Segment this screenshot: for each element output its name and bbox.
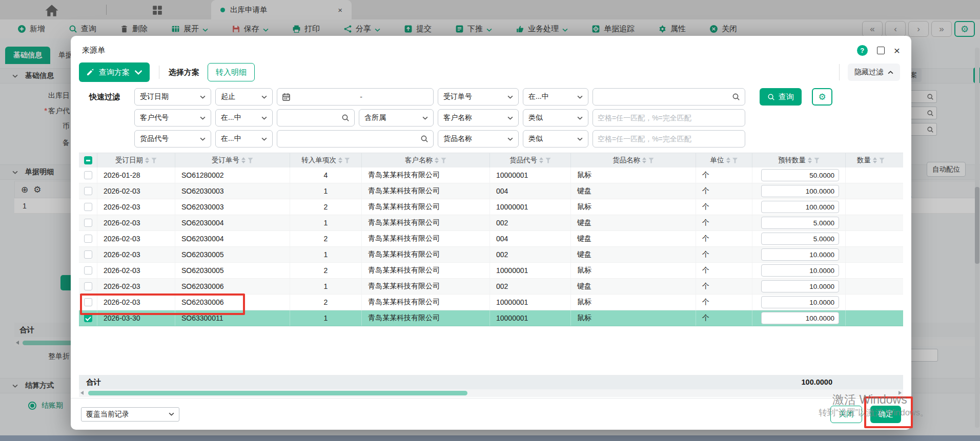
filter-funnel-icon[interactable]: [344, 158, 350, 163]
maximize-icon[interactable]: [877, 47, 885, 54]
pre-transfer-qty-input[interactable]: [761, 201, 839, 213]
row-checkbox[interactable]: [84, 171, 92, 179]
filter-search-input[interactable]: [282, 135, 417, 143]
filter-select[interactable]: 类似: [523, 109, 588, 127]
filter-select[interactable]: 货品代号: [134, 130, 211, 148]
column-header-单位[interactable]: 单位: [696, 153, 752, 167]
close-button[interactable]: 关闭: [830, 406, 862, 423]
filter-funnel-icon[interactable]: [814, 158, 820, 163]
filter-funnel-icon[interactable]: [879, 158, 885, 163]
filter-funnel-icon[interactable]: [441, 158, 446, 163]
help-icon[interactable]: ?: [857, 45, 868, 56]
filter-funnel-icon[interactable]: [545, 158, 551, 163]
filter-select[interactable]: 客户名称: [438, 109, 519, 127]
pre-transfer-qty-input[interactable]: [761, 185, 839, 197]
filter-match-input[interactable]: [598, 114, 740, 122]
filter-select[interactable]: 类似: [523, 130, 588, 148]
pre-transfer-qty-input[interactable]: [761, 264, 839, 277]
pre-transfer-qty-input[interactable]: [761, 280, 839, 292]
filter-funnel-icon[interactable]: [648, 158, 654, 163]
filter-date-range[interactable]: -: [277, 88, 434, 106]
table-row[interactable]: 2026-02-03SO620300031青岛某某科技有限公司004键盘个: [79, 183, 903, 199]
pre-transfer-qty-input[interactable]: [761, 233, 839, 245]
filter-funnel-icon[interactable]: [248, 158, 253, 163]
filter-search-box[interactable]: [593, 88, 745, 106]
overwrite-mode-select[interactable]: 覆盖当前记录: [81, 407, 179, 422]
table-row[interactable]: 2026-02-03SO620300032青岛某某科技有限公司10000001鼠…: [79, 199, 903, 215]
cell-order-date: 2026-02-03: [97, 295, 175, 310]
filter-funnel-icon[interactable]: [151, 158, 157, 163]
pre-transfer-qty-input[interactable]: [761, 296, 839, 308]
sort-icons[interactable]: [642, 157, 646, 163]
filter-funnel-icon[interactable]: [732, 158, 738, 163]
filter-search-box[interactable]: [277, 109, 355, 127]
row-checkbox[interactable]: [84, 314, 92, 322]
sort-icons[interactable]: [808, 157, 812, 163]
filter-search-input[interactable]: [598, 93, 729, 101]
column-header-货品代号[interactable]: 货品代号: [490, 153, 571, 167]
scroll-right-icon[interactable]: [899, 391, 902, 395]
sort-icons[interactable]: [726, 157, 730, 163]
column-header-货品名称[interactable]: 货品名称: [571, 153, 696, 167]
pre-transfer-qty-input[interactable]: [761, 217, 839, 229]
query-plan-button[interactable]: 查询方案: [79, 62, 150, 82]
filter-select[interactable]: 起止: [215, 88, 273, 106]
sort-icons[interactable]: [338, 157, 342, 163]
filter-select[interactable]: 在...中: [523, 88, 588, 106]
row-checkbox[interactable]: [84, 298, 92, 306]
sort-icons[interactable]: [435, 157, 439, 163]
row-checkbox[interactable]: [84, 203, 92, 211]
row-checkbox[interactable]: [84, 250, 92, 259]
filter-select[interactable]: 客户代号: [134, 109, 211, 127]
filter-search-box[interactable]: [277, 130, 434, 148]
table-hscrollbar[interactable]: [79, 389, 903, 397]
table-row[interactable]: 2026-02-03SO620300051青岛某某科技有限公司002键盘个: [79, 247, 903, 263]
select-all-checkbox[interactable]: [84, 156, 92, 164]
filter-settings-gear-icon[interactable]: ⚙: [812, 88, 832, 106]
sort-icons[interactable]: [539, 157, 543, 163]
filter-select[interactable]: 货品名称: [438, 130, 519, 148]
pre-transfer-qty-input[interactable]: [761, 248, 839, 261]
row-checkbox[interactable]: [84, 187, 92, 195]
column-header-预转数量[interactable]: 预转数量: [752, 153, 846, 167]
dialog-close-icon[interactable]: ×: [894, 47, 900, 54]
pre-transfer-qty-input[interactable]: [761, 312, 839, 324]
row-checkbox[interactable]: [84, 235, 92, 243]
header-checkbox-cell[interactable]: [79, 153, 97, 167]
sort-icons[interactable]: [241, 157, 246, 163]
table-row[interactable]: 2026-02-03SO620300061青岛某某科技有限公司002键盘个: [79, 279, 903, 295]
column-header-受订单号[interactable]: 受订单号: [175, 153, 290, 167]
scrollbar-thumb[interactable]: [88, 391, 467, 395]
hide-filter-button[interactable]: 隐藏过滤: [848, 64, 900, 81]
column-header-受订日期[interactable]: 受订日期: [97, 153, 175, 167]
pre-transfer-qty-input[interactable]: [761, 169, 839, 181]
table-row[interactable]: 2026-03-30SO633000111青岛某某科技有限公司10000001鼠…: [79, 310, 903, 326]
filter-select[interactable]: 受订单号: [438, 88, 519, 106]
column-header-客户名称[interactable]: 客户名称: [362, 153, 490, 167]
query-button[interactable]: 查询: [760, 88, 802, 106]
filter-search-input[interactable]: [282, 114, 338, 122]
filter-match-box[interactable]: [593, 130, 745, 148]
filter-match-box[interactable]: [593, 109, 745, 127]
table-row[interactable]: 2026-01-28SO612800024青岛某某科技有限公司10000001鼠…: [79, 167, 903, 183]
row-checkbox[interactable]: [84, 266, 92, 275]
filter-select[interactable]: 含所属: [359, 109, 434, 127]
table-row[interactable]: 2026-02-03SO620300042青岛某某科技有限公司004键盘个: [79, 231, 903, 247]
scroll-left-icon[interactable]: [80, 391, 84, 395]
filter-select[interactable]: 受订日期: [134, 88, 211, 106]
column-header-转入单项次[interactable]: 转入单项次: [290, 153, 362, 167]
table-row[interactable]: 2026-02-03SO620300041青岛某某科技有限公司002键盘个: [79, 215, 903, 231]
sort-icons[interactable]: [873, 157, 877, 163]
filter-select[interactable]: 在...中: [215, 130, 273, 148]
row-checkbox[interactable]: [84, 219, 92, 227]
row-checkbox[interactable]: [84, 282, 92, 290]
table-row[interactable]: 2026-02-03SO620300052青岛某某科技有限公司10000001鼠…: [79, 263, 903, 279]
column-header-数量[interactable]: 数量: [846, 153, 903, 167]
select-plan-link[interactable]: 选择方案: [169, 68, 199, 77]
transfer-to-detail-button[interactable]: 转入明细: [208, 63, 255, 81]
sort-icons[interactable]: [145, 157, 149, 163]
filter-match-input[interactable]: [598, 135, 740, 143]
filter-select[interactable]: 在...中: [215, 109, 273, 127]
table-row[interactable]: 2026-02-03SO620300062青岛某某科技有限公司10000001鼠…: [79, 295, 903, 310]
confirm-button[interactable]: 确定: [870, 406, 901, 423]
